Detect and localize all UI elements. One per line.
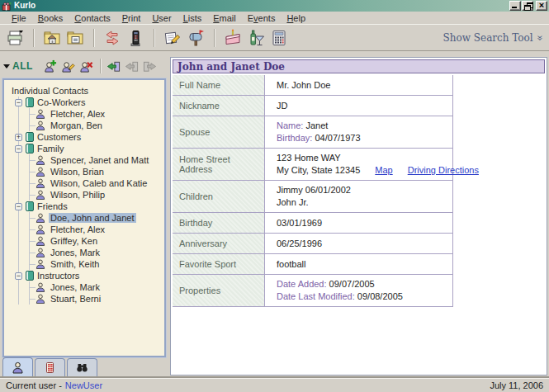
tab-contacts[interactable]: [2, 357, 33, 376]
tree-contact-item[interactable]: Fletcher, Alex: [30, 108, 163, 120]
menu-contacts[interactable]: Contacts: [69, 13, 116, 23]
add-contact-icon: [43, 59, 57, 73]
contact-name: Fletcher, Alex: [49, 109, 106, 119]
field-label: Anniversary: [173, 234, 265, 253]
filter-label: ALL: [12, 60, 33, 72]
party-drinks-button[interactable]: [244, 27, 267, 49]
toolbar-separator: [33, 29, 34, 47]
show-search-tool-link[interactable]: Show Search Tool »: [443, 32, 542, 44]
value-text: Birthday:: [277, 133, 312, 143]
menu-books[interactable]: Books: [32, 13, 69, 23]
toolbar-separator: [214, 29, 215, 47]
tree-contact-item[interactable]: Jones, Mark: [30, 281, 163, 293]
add-contact-button[interactable]: [41, 57, 59, 75]
tree-group-customers[interactable]: +Customers: [19, 131, 163, 143]
person-icon: [12, 361, 24, 374]
contact-name: Stuart, Berni: [49, 294, 102, 304]
contacts-tree-panel: Individual Contacts −Co-WorkersFletcher,…: [2, 78, 166, 357]
person-icon: [35, 178, 45, 188]
nav-forward-icon: [143, 59, 157, 73]
tree-group-instructors[interactable]: −Instructors: [19, 270, 163, 281]
contact-name: Griffey, Ken: [49, 236, 99, 246]
person-icon: [35, 224, 45, 234]
field-value: football: [265, 254, 452, 274]
field-label: Children: [173, 181, 265, 212]
menu-user[interactable]: User: [146, 13, 177, 23]
field-value: Name: JanetBirthday: 04/07/1973: [265, 116, 452, 148]
tree-group-friends[interactable]: −Friends: [19, 201, 163, 212]
tree-root[interactable]: Individual Contacts: [10, 85, 163, 97]
tree-contact-item[interactable]: Wilson, Caleb and Katie: [30, 177, 163, 189]
map-link[interactable]: Map: [375, 165, 392, 175]
menu-lists[interactable]: Lists: [177, 13, 208, 23]
field-value: 06/25/1996: [265, 234, 452, 253]
menu-events[interactable]: Events: [242, 13, 282, 23]
tree-contact-item[interactable]: Jones, Mark: [30, 247, 163, 258]
print-button[interactable]: [3, 27, 26, 49]
close-button[interactable]: [536, 1, 547, 11]
detail-row: ChildrenJimmy 06/01/2002John Jr.: [173, 181, 452, 213]
restore-button[interactable]: [522, 1, 533, 11]
menu-file[interactable]: File: [6, 13, 32, 23]
phone-dialer-button[interactable]: [124, 27, 147, 49]
tree-contact-item[interactable]: Fletcher, Alex: [30, 224, 163, 235]
edit-contact-button[interactable]: [59, 57, 78, 75]
driving-directions-link[interactable]: Driving Directions: [408, 165, 479, 175]
contact-name: Jones, Mark: [49, 282, 102, 292]
menu-email[interactable]: Email: [207, 13, 242, 23]
field-label: Spouse: [173, 116, 265, 148]
detail-row: Anniversary06/25/1996: [173, 234, 452, 254]
menu-print[interactable]: Print: [116, 13, 147, 23]
edit-note-button[interactable]: [161, 27, 184, 49]
binoculars-icon: [76, 361, 88, 374]
expand-icon[interactable]: +: [15, 134, 22, 141]
dialer-icon: [44, 361, 56, 374]
collapse-icon[interactable]: −: [15, 203, 22, 210]
edit-note-icon: [163, 29, 182, 47]
tab-dialer[interactable]: [35, 358, 65, 376]
move-contact-button[interactable]: [105, 57, 123, 75]
filter-dropdown[interactable]: ALL: [3, 60, 33, 72]
picture-book-button[interactable]: [64, 27, 87, 49]
tree-group-family[interactable]: −Family: [19, 143, 163, 154]
tree-contact-item[interactable]: Smith, Keith: [30, 258, 163, 270]
calculator-button[interactable]: [267, 27, 291, 49]
calculator-icon: [270, 29, 288, 47]
tab-search[interactable]: [67, 358, 97, 376]
person-icon: [35, 120, 45, 130]
nav-forward-button: [141, 57, 159, 75]
field-value: 123 Home WAYMy City, State 12345MapDrivi…: [265, 149, 482, 180]
value-text: Jimmy 06/01/2002: [277, 185, 351, 195]
mailbox-icon: [187, 29, 205, 47]
home-book-button[interactable]: [40, 27, 64, 49]
sync-button[interactable]: [101, 27, 124, 49]
tree-contact-item[interactable]: Wilson, Philip: [30, 189, 163, 201]
tree-contact-item[interactable]: Wilson, Brian: [30, 166, 163, 177]
birthday-cake-button[interactable]: [221, 27, 244, 49]
tree-contact-item[interactable]: Spencer, Janet and Matt: [30, 154, 163, 166]
tree-contact-item[interactable]: Doe, John and Janet: [30, 212, 163, 224]
collapse-icon[interactable]: −: [15, 99, 22, 106]
tree-contact-item[interactable]: Griffey, Ken: [30, 235, 163, 247]
tree-contact-item[interactable]: Morgan, Ben: [30, 120, 163, 131]
detail-row: Birthday03/01/1969: [173, 213, 452, 234]
menu-help[interactable]: Help: [281, 13, 311, 23]
group-label: Friends: [37, 201, 68, 211]
contact-name: Spencer, Janet and Matt: [49, 155, 150, 165]
contact-name: Doe, John and Janet: [49, 213, 136, 223]
person-icon: [35, 213, 45, 223]
window-title: Kurlo: [14, 1, 35, 11]
current-user-link[interactable]: NewUser: [65, 380, 102, 390]
edit-contact-icon: [61, 59, 75, 73]
contact-detail-panel: John and Janet Doe Full NameMr. John Doe…: [170, 57, 547, 375]
collapse-icon[interactable]: −: [15, 145, 22, 153]
detail-row: SpouseName: JanetBirthday: 04/07/1973: [173, 116, 452, 149]
tree-contact-item[interactable]: Stuart, Berni: [30, 293, 163, 305]
collapse-icon[interactable]: −: [15, 272, 22, 280]
contact-detail-table: Full NameMr. John DoeNicknameJDSpouseNam…: [173, 75, 453, 307]
mailbox-button[interactable]: [184, 27, 207, 49]
minimize-button[interactable]: [509, 1, 521, 11]
delete-contact-button[interactable]: [78, 57, 96, 75]
tree-group-co-workers[interactable]: −Co-Workers: [19, 97, 163, 108]
nav-back-button: [123, 57, 141, 75]
